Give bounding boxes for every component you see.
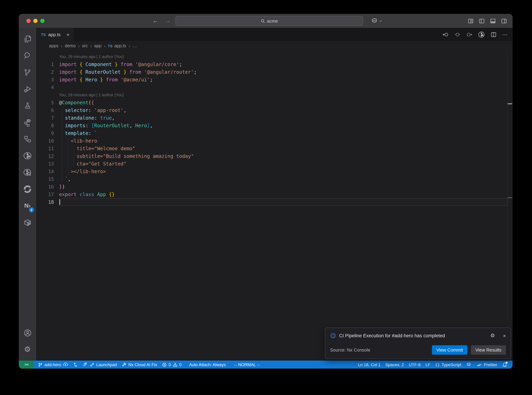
copilot-menu[interactable] — [371, 14, 382, 28]
view-results-button[interactable]: View Results — [471, 345, 506, 355]
source-control-icon[interactable] — [20, 64, 35, 81]
code-line-3: 3import { Hero } from '@acme/ui'; — [36, 76, 513, 83]
line-number: 15 — [36, 175, 54, 183]
toggle-panel-button[interactable] — [490, 18, 496, 24]
explorer-icon[interactable] — [20, 31, 35, 47]
code-token — [112, 61, 115, 67]
line-content[interactable]: import { Component } from '@angular/core… — [59, 60, 508, 68]
remote-indicator[interactable]: >< — [19, 361, 34, 368]
code-token: Component — [86, 61, 112, 67]
tab-close-icon[interactable]: × — [66, 32, 70, 37]
toggle-secondary-sidebar-button[interactable] — [501, 18, 507, 24]
extensions-icon[interactable] — [20, 114, 35, 131]
line-content[interactable]: ></lib-hero> — [59, 168, 508, 175]
history-back-button[interactable]: ← — [153, 18, 158, 24]
code-token — [77, 77, 80, 82]
line-content[interactable]: subtitle="Build something amazing today" — [59, 152, 508, 160]
line-content[interactable]: selector: 'app-root', — [59, 106, 508, 114]
line-content[interactable]: import { Hero } from '@acme/ui'; — [59, 76, 508, 83]
indentation-item[interactable]: Spaces: 2 — [383, 361, 406, 368]
line-number: 5 — [36, 99, 54, 106]
split-editor-icon[interactable] — [490, 31, 497, 38]
line-content[interactable]: title="Welcmoe demo" — [59, 145, 508, 152]
line-content[interactable]: standalone: true, — [59, 114, 508, 122]
notification-dot — [505, 362, 508, 364]
customize-layout-button[interactable] — [468, 18, 474, 24]
breadcrumb-item-app[interactable]: app — [94, 44, 102, 48]
notifications-bell-item[interactable] — [500, 361, 510, 368]
container-icon[interactable] — [20, 214, 35, 231]
auto-attach-label: Auto Attach: Always — [189, 362, 226, 367]
auto-attach-item[interactable]: Auto Attach: Always — [187, 361, 228, 368]
blame-annotation[interactable]: You, 26 minutes ago | 1 author (You) — [59, 53, 124, 60]
nx-console-icon[interactable]: N› 2 — [20, 198, 35, 214]
git-commit-item[interactable] — [70, 361, 80, 368]
line-content[interactable]: `, — [59, 175, 508, 183]
command-center-search[interactable]: acme — [176, 16, 363, 26]
vim-mode-item[interactable]: -- NORMAL -- — [232, 361, 262, 368]
notification-close-icon[interactable]: × — [503, 333, 506, 339]
view-commit-button[interactable]: View Commit — [432, 345, 468, 355]
toggle-primary-sidebar-button[interactable] — [479, 18, 485, 24]
maximize-window-button[interactable] — [40, 19, 44, 23]
close-window-button[interactable] — [27, 19, 31, 23]
tab-app-ts[interactable]: TS app.ts × — [36, 28, 74, 41]
line-content[interactable]: cta="Get Started" — [59, 160, 508, 168]
breadcrumb-item-apps[interactable]: apps — [49, 44, 58, 48]
line-content[interactable]: template: ` — [59, 129, 508, 137]
breadcrumb-item-appts[interactable]: TSapp.ts — [108, 44, 126, 48]
code-token: Hero — [135, 123, 147, 128]
nav-back-icon[interactable] — [442, 31, 449, 38]
gitlens-search-icon[interactable] — [20, 164, 35, 181]
more-actions-icon[interactable]: ⋯ — [502, 31, 508, 38]
blame-annotation[interactable]: You, 26 minutes ago | 1 author (You) — [59, 91, 124, 99]
code-token: , — [124, 107, 126, 113]
language-mode-item[interactable]: {} TypeScript — [433, 361, 464, 368]
notification-settings-gear-icon[interactable]: ⚙ — [490, 332, 495, 339]
link-icon — [90, 362, 95, 367]
line-content[interactable]: <lib-hero — [59, 137, 508, 145]
line-content[interactable]: }) — [59, 183, 508, 191]
line-content[interactable]: @Component({ — [59, 99, 508, 106]
launchpad-item[interactable]: Launchpad — [80, 361, 119, 368]
run-and-debug-icon[interactable] — [20, 81, 35, 97]
code-token: [ — [91, 123, 94, 128]
search-query-text: acme — [267, 18, 278, 23]
breadcrumb-item-src[interactable]: src — [82, 44, 88, 48]
code-line-1: 1import { Component } from '@angular/cor… — [36, 60, 513, 68]
nav-current-icon[interactable] — [454, 31, 461, 38]
prettier-item[interactable]: Prettier — [474, 361, 500, 368]
testing-icon[interactable] — [20, 97, 35, 114]
breadcrumb-separator: › — [104, 43, 105, 49]
eol-item[interactable]: LF — [423, 361, 433, 368]
code-token: ` — [94, 130, 97, 136]
search-sidebar-icon[interactable] — [20, 47, 35, 64]
breadcrumb-item-demo[interactable]: demo — [65, 44, 76, 48]
nav-forward-icon[interactable] — [466, 31, 473, 38]
breadcrumb-item-[interactable]: … — [133, 44, 137, 48]
line-content[interactable]: import { RouterOutlet } from '@angular/r… — [59, 68, 508, 76]
code-editor[interactable]: You, 26 minutes ago | 1 author (You)1imp… — [36, 51, 513, 361]
line-content[interactable]: imports: [RouterOutlet, Hero], — [59, 122, 508, 129]
settings-gear-icon[interactable]: ⚙ — [20, 341, 35, 358]
swirl-logo-icon[interactable] — [20, 181, 35, 198]
line-content[interactable]: export class App {} — [59, 191, 508, 198]
code-token — [126, 69, 129, 75]
encoding-item[interactable]: UTF-8 — [406, 361, 423, 368]
history-forward-button[interactable]: → — [165, 18, 171, 24]
copilot-status-icon — [466, 362, 472, 367]
nx-cloud-fix-item[interactable]: Nx Cloud AI Fix — [119, 361, 160, 368]
account-icon[interactable] — [20, 324, 35, 341]
git-branch-item[interactable]: add-hero — [35, 361, 70, 368]
problems-item[interactable]: 0 0 — [160, 361, 184, 368]
commit-graph-icon[interactable] — [478, 31, 485, 38]
minimize-window-button[interactable] — [33, 19, 38, 23]
code-token: : — [88, 130, 94, 136]
line-content[interactable] — [59, 198, 508, 206]
copilot-status-item[interactable] — [464, 361, 474, 368]
gitlens-graph-icon[interactable] — [20, 148, 35, 164]
flow-diagram-icon[interactable] — [20, 131, 35, 148]
cursor-position-item[interactable]: Ln 18, Col 1 — [356, 361, 383, 368]
vscode-window: ← → acme — [19, 14, 513, 368]
line-content[interactable] — [59, 83, 508, 91]
